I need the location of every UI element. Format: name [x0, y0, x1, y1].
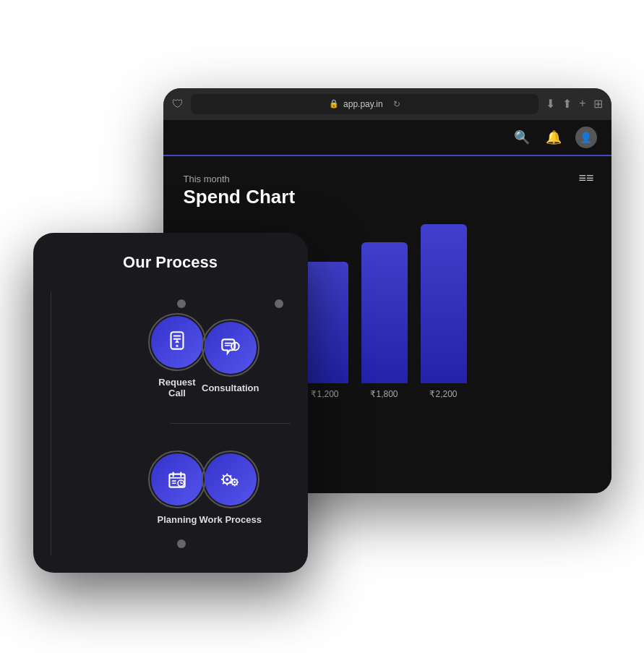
browser-bar: 🛡 🔒 app.pay.in ↻ ⬇ ⬆ + ⊞ [163, 88, 611, 120]
bar-column: ₹1,800 [361, 242, 408, 399]
process-title: Our Process [123, 253, 218, 272]
filter-icon[interactable]: ≡≡ [578, 171, 593, 186]
bar-label: ₹1,800 [370, 389, 398, 399]
url-text: app.pay.in [343, 99, 383, 109]
nav-bar: 🔍 🔔 👤 [163, 120, 611, 156]
svg-point-20 [233, 481, 236, 483]
scene: 🛡 🔒 app.pay.in ↻ ⬇ ⬆ + ⊞ 🔍 🔔 👤 ≡≡ This m… [33, 45, 611, 609]
lock-icon: 🔒 [329, 99, 339, 108]
consultation-icon [205, 322, 257, 374]
url-bar[interactable]: 🔒 app.pay.in ↻ [191, 94, 539, 114]
refresh-icon[interactable]: ↻ [393, 99, 400, 109]
chart-subtitle: This month [184, 174, 591, 184]
share-icon[interactable]: ⬆ [562, 97, 572, 111]
bell-icon[interactable]: 🔔 [544, 127, 564, 148]
divider-vertical [51, 292, 51, 555]
bar [302, 262, 348, 383]
svg-point-5 [231, 342, 239, 350]
shield-icon: 🛡 [172, 98, 184, 111]
bar-label: ₹1,200 [311, 389, 338, 399]
process-cell-consultation[interactable]: Consultation [171, 292, 291, 424]
chart-title: Spend Chart [184, 186, 591, 208]
svg-point-19 [232, 479, 238, 485]
phone-card: Our Process Request Call [33, 233, 308, 573]
work-process-icon [205, 453, 257, 505]
process-cell-work-process[interactable]: Work Process [171, 424, 291, 555]
bar-label: ₹2,200 [429, 389, 457, 399]
grid-icon[interactable]: ⊞ [593, 97, 603, 111]
bar-column: ₹1,200 [302, 262, 348, 399]
svg-point-6 [234, 342, 236, 343]
consultation-label: Consultation [202, 383, 259, 393]
bar [421, 224, 467, 383]
download-icon[interactable]: ⬇ [546, 97, 555, 111]
search-icon[interactable]: 🔍 [512, 127, 532, 148]
work-process-label: Work Process [199, 514, 262, 525]
svg-point-18 [226, 478, 228, 481]
bar-column: ₹2,200 [421, 224, 467, 399]
add-tab-icon[interactable]: + [579, 97, 585, 111]
browser-actions: ⬇ ⬆ + ⊞ [546, 97, 602, 111]
dot-tr [275, 299, 283, 308]
bar [361, 242, 408, 383]
process-grid: Request Call Consultation [51, 292, 291, 555]
avatar[interactable]: 👤 [575, 127, 597, 148]
